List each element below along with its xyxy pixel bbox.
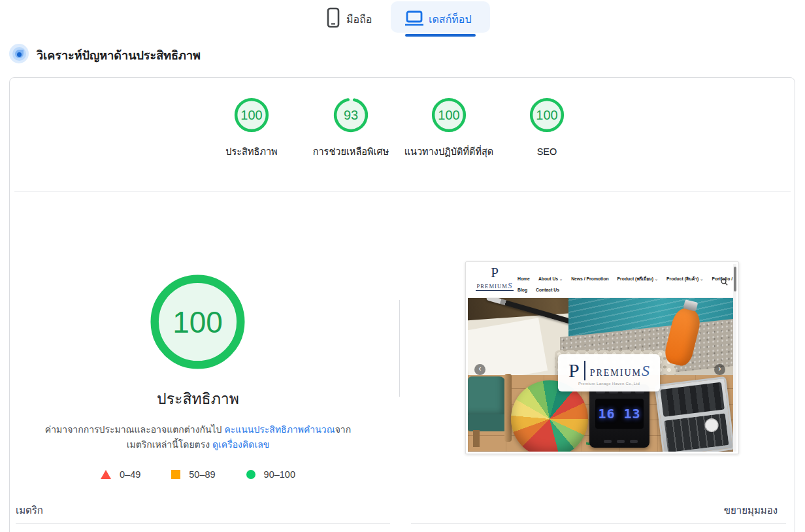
tab-mobile-label: มือถือ [346, 11, 372, 27]
score-value: 100 [431, 97, 467, 133]
clock-time: 16 13 [598, 406, 640, 422]
carousel-next-icon [714, 364, 725, 375]
legend-range: 50–89 [189, 469, 215, 480]
description-text: จาก [335, 424, 352, 435]
pagespeed-gauge-icon [9, 44, 29, 63]
active-tab-indicator [405, 34, 476, 37]
category-label-performance[interactable]: ประสิทธิภาพ [199, 144, 304, 159]
score-value: 100 [529, 97, 565, 133]
site-screenshot-panel: P PREMIUMS Home About Us⌄ News / Promoti… [465, 261, 739, 454]
performance-score-value: 100 [149, 273, 246, 371]
legend-item-fail: 0–49 [101, 469, 140, 480]
armchair-frame [504, 374, 512, 442]
pass-circle-icon [246, 470, 255, 479]
tool-case [655, 376, 733, 452]
banner-tagline: Premium Lanage Haven Co.,Ltd [578, 382, 640, 386]
metrics-section-title: เมตริก [16, 503, 43, 518]
score-gauge-accessibility[interactable]: 93 [333, 97, 369, 133]
score-calculation-link[interactable]: คะแนนประสิทธิภาพคำนวณ [224, 424, 335, 435]
category-label-accessibility[interactable]: การช่วยเหลือพิเศษ [299, 144, 403, 159]
screenshot-divider [411, 523, 786, 524]
column-divider [399, 300, 400, 397]
score-gauge-performance[interactable]: 100 [234, 97, 269, 133]
chevron-down-icon: ⌄ [700, 276, 703, 281]
legend-item-average: 50–89 [171, 469, 215, 480]
chevron-down-icon: ⌄ [655, 276, 658, 281]
armchair-leg [473, 430, 480, 447]
armchair [468, 376, 506, 417]
legend-range: 90–100 [264, 469, 295, 480]
site-nav-news: News / Promotion [571, 276, 608, 281]
average-square-icon [171, 470, 180, 479]
site-nav-row2: Blog Contact Us [518, 288, 559, 292]
search-icon [721, 278, 728, 286]
site-header: P PREMIUMS Home About Us⌄ News / Promoti… [468, 264, 736, 297]
banner-logo-suffix: S [642, 363, 649, 378]
legend-item-pass: 90–100 [246, 469, 295, 480]
performance-section-title: ประสิทธิภาพ [67, 387, 329, 410]
site-nav-product-premium: Product (พรีเมี่ยม)⌄ [617, 275, 659, 282]
banner-logo-divider [584, 361, 585, 380]
site-scrollbar [733, 264, 736, 452]
score-legend: 0–49 50–89 90–100 [2, 469, 394, 480]
score-gauge-best-practices[interactable]: 100 [431, 97, 467, 133]
carousel-prev-icon [474, 364, 485, 375]
digital-clock: 16 13 [589, 384, 649, 448]
score-gauge-seo[interactable]: 100 [529, 97, 565, 133]
site-nav-contact: Contact Us [536, 288, 559, 292]
site-nav-row1: Home About Us⌄ News / Promotion Product … [518, 275, 736, 282]
score-value: 100 [234, 97, 269, 133]
site-logo: P PREMIUMS [476, 266, 514, 291]
category-label-best-practices[interactable]: แนวทางปฏิบัติที่ดีที่สุด [397, 144, 501, 159]
scores-divider [14, 191, 791, 191]
site-logo-name: PREMIUM [477, 283, 508, 290]
site-screenshot-image: P PREMIUMS Home About Us⌄ News / Promoti… [468, 264, 736, 452]
brand-banner-card: P PREMIUMS Premium Lanage Haven Co.,Ltd [558, 354, 660, 391]
description-text: ค่ามาจากการประมาณและอาจแตกต่างกันไป [45, 424, 225, 435]
desktop-icon [404, 10, 424, 27]
chevron-down-icon: ⌄ [559, 276, 563, 281]
metrics-divider [16, 523, 390, 524]
site-hero-carousel: 16 13 P PREMIUMS Premium Lanage Haven Co… [468, 297, 733, 452]
banner-logo-initial: P [568, 361, 580, 380]
calculator-link[interactable]: ดูเครื่องคิดเลข [212, 439, 269, 450]
performance-description: ค่ามาจากการประมาณและอาจแตกต่างกันไป คะแน… [36, 422, 360, 452]
site-nav-about: About Us⌄ [538, 276, 563, 281]
legend-range: 0–49 [120, 469, 140, 480]
phone-icon [326, 7, 340, 28]
pagespeed-insights-page: มือถือ เดสก์ท็อป วิเคราะห์ปัญหาด้านประสิ… [0, 0, 805, 532]
site-nav-home: Home [518, 276, 530, 281]
score-value: 93 [333, 97, 369, 133]
site-nav-product-goods: Product (สินค้า)⌄ [666, 275, 703, 282]
performance-main-gauge: 100 [149, 273, 246, 371]
site-nav-blog: Blog [518, 288, 527, 292]
page-title: วิเคราะห์ปัญหาด้านประสิทธิภาพ [37, 46, 201, 65]
site-logo-suffix: S [508, 280, 513, 290]
tab-desktop-label[interactable]: เดสก์ท็อป [429, 11, 472, 27]
fail-triangle-icon [101, 470, 111, 479]
banner-logo-name: PREMIUM [590, 369, 642, 378]
description-text: เมตริกเหล่านี้โดยตรง [127, 439, 212, 450]
site-logo-initial: P [476, 266, 514, 280]
category-label-seo[interactable]: SEO [495, 144, 599, 159]
site-scrollbar-thumb [734, 267, 736, 291]
expand-view-link[interactable]: ขยายมุมมอง [724, 503, 778, 518]
